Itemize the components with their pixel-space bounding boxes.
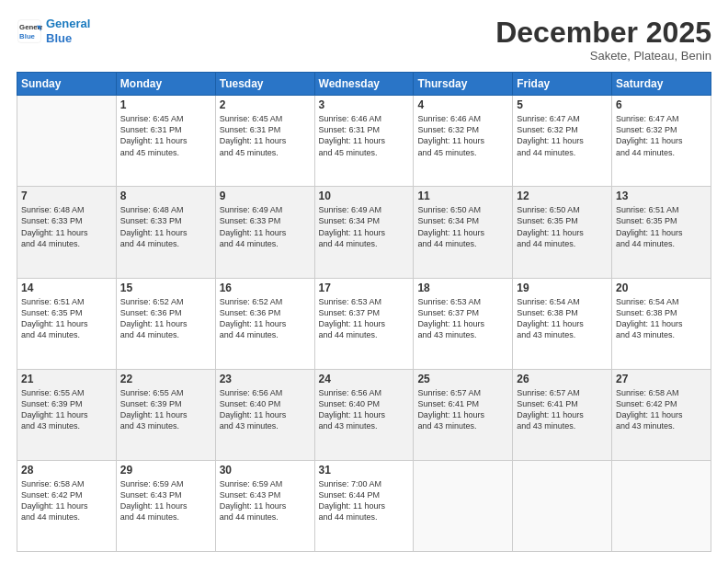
cell-info: Sunrise: 6:46 AM Sunset: 6:32 PM Dayligh… bbox=[417, 113, 508, 158]
title-block: December 2025 Sakete, Plateau, Benin bbox=[495, 17, 711, 63]
day-number: 20 bbox=[616, 282, 707, 294]
calendar-cell: 1Sunrise: 6:45 AM Sunset: 6:31 PM Daylig… bbox=[116, 96, 215, 187]
cell-info: Sunrise: 6:56 AM Sunset: 6:40 PM Dayligh… bbox=[319, 387, 410, 432]
day-number: 24 bbox=[319, 373, 410, 385]
day-number: 9 bbox=[220, 190, 311, 202]
cell-info: Sunrise: 6:49 AM Sunset: 6:33 PM Dayligh… bbox=[220, 204, 311, 249]
calendar-cell: 5Sunrise: 6:47 AM Sunset: 6:32 PM Daylig… bbox=[513, 96, 612, 187]
svg-text:Blue: Blue bbox=[19, 31, 36, 40]
cell-info: Sunrise: 6:46 AM Sunset: 6:31 PM Dayligh… bbox=[319, 113, 410, 158]
logo-text: General Blue bbox=[46, 17, 90, 45]
cell-info: Sunrise: 6:53 AM Sunset: 6:37 PM Dayligh… bbox=[417, 296, 508, 341]
month-title: December 2025 bbox=[495, 17, 711, 49]
calendar-cell: 15Sunrise: 6:52 AM Sunset: 6:36 PM Dayli… bbox=[116, 278, 215, 369]
calendar-cell: 10Sunrise: 6:49 AM Sunset: 6:34 PM Dayli… bbox=[314, 187, 414, 278]
calendar-week-row: 21Sunrise: 6:55 AM Sunset: 6:39 PM Dayli… bbox=[17, 369, 711, 460]
cell-info: Sunrise: 6:54 AM Sunset: 6:38 PM Dayligh… bbox=[616, 296, 707, 341]
calendar-cell: 3Sunrise: 6:46 AM Sunset: 6:31 PM Daylig… bbox=[314, 96, 414, 187]
col-header-tuesday: Tuesday bbox=[215, 73, 314, 96]
cell-info: Sunrise: 6:48 AM Sunset: 6:33 PM Dayligh… bbox=[120, 204, 211, 249]
cell-info: Sunrise: 6:45 AM Sunset: 6:31 PM Dayligh… bbox=[220, 113, 311, 158]
cell-info: Sunrise: 6:59 AM Sunset: 6:43 PM Dayligh… bbox=[220, 478, 311, 523]
col-header-wednesday: Wednesday bbox=[314, 73, 414, 96]
cell-info: Sunrise: 6:49 AM Sunset: 6:34 PM Dayligh… bbox=[319, 204, 410, 249]
cell-info: Sunrise: 6:58 AM Sunset: 6:42 PM Dayligh… bbox=[21, 478, 112, 523]
calendar-cell: 7Sunrise: 6:48 AM Sunset: 6:33 PM Daylig… bbox=[17, 187, 117, 278]
cell-info: Sunrise: 6:52 AM Sunset: 6:36 PM Dayligh… bbox=[220, 296, 311, 341]
day-number: 11 bbox=[417, 190, 508, 202]
col-header-thursday: Thursday bbox=[414, 73, 513, 96]
calendar-table: SundayMondayTuesdayWednesdayThursdayFrid… bbox=[17, 72, 711, 552]
day-number: 12 bbox=[517, 190, 608, 202]
calendar-cell: 12Sunrise: 6:50 AM Sunset: 6:35 PM Dayli… bbox=[513, 187, 612, 278]
day-number: 23 bbox=[220, 373, 311, 385]
cell-info: Sunrise: 6:48 AM Sunset: 6:33 PM Dayligh… bbox=[21, 204, 112, 249]
cell-info: Sunrise: 6:47 AM Sunset: 6:32 PM Dayligh… bbox=[517, 113, 608, 158]
calendar-cell: 13Sunrise: 6:51 AM Sunset: 6:35 PM Dayli… bbox=[612, 187, 711, 278]
calendar-cell: 11Sunrise: 6:50 AM Sunset: 6:34 PM Dayli… bbox=[414, 187, 513, 278]
cell-info: Sunrise: 6:57 AM Sunset: 6:41 PM Dayligh… bbox=[417, 387, 508, 432]
day-number: 18 bbox=[417, 282, 508, 294]
calendar-week-row: 1Sunrise: 6:45 AM Sunset: 6:31 PM Daylig… bbox=[17, 96, 711, 187]
day-number: 16 bbox=[220, 282, 311, 294]
calendar-cell: 20Sunrise: 6:54 AM Sunset: 6:38 PM Dayli… bbox=[612, 278, 711, 369]
calendar-cell: 8Sunrise: 6:48 AM Sunset: 6:33 PM Daylig… bbox=[116, 187, 215, 278]
day-number: 8 bbox=[120, 190, 211, 202]
calendar-cell: 31Sunrise: 7:00 AM Sunset: 6:44 PM Dayli… bbox=[314, 460, 414, 551]
calendar-cell bbox=[612, 460, 711, 551]
calendar-cell bbox=[414, 460, 513, 551]
day-number: 22 bbox=[120, 373, 211, 385]
calendar-cell: 27Sunrise: 6:58 AM Sunset: 6:42 PM Dayli… bbox=[612, 369, 711, 460]
header: General Blue General Blue December 2025 … bbox=[17, 17, 711, 63]
calendar-week-row: 14Sunrise: 6:51 AM Sunset: 6:35 PM Dayli… bbox=[17, 278, 711, 369]
cell-info: Sunrise: 6:55 AM Sunset: 6:39 PM Dayligh… bbox=[120, 387, 211, 432]
calendar-cell: 9Sunrise: 6:49 AM Sunset: 6:33 PM Daylig… bbox=[215, 187, 314, 278]
calendar-cell: 24Sunrise: 6:56 AM Sunset: 6:40 PM Dayli… bbox=[314, 369, 414, 460]
cell-info: Sunrise: 6:51 AM Sunset: 6:35 PM Dayligh… bbox=[616, 204, 707, 249]
logo-icon: General Blue bbox=[17, 18, 42, 44]
calendar-cell: 19Sunrise: 6:54 AM Sunset: 6:38 PM Dayli… bbox=[513, 278, 612, 369]
calendar-cell: 14Sunrise: 6:51 AM Sunset: 6:35 PM Dayli… bbox=[17, 278, 117, 369]
day-number: 4 bbox=[417, 98, 508, 111]
day-number: 19 bbox=[517, 282, 608, 294]
calendar-cell: 29Sunrise: 6:59 AM Sunset: 6:43 PM Dayli… bbox=[116, 460, 215, 551]
day-number: 21 bbox=[21, 373, 112, 385]
calendar-cell: 17Sunrise: 6:53 AM Sunset: 6:37 PM Dayli… bbox=[314, 278, 414, 369]
day-number: 31 bbox=[319, 464, 410, 477]
day-number: 14 bbox=[21, 282, 112, 294]
day-number: 15 bbox=[120, 282, 211, 294]
col-header-friday: Friday bbox=[513, 73, 612, 96]
day-number: 1 bbox=[120, 98, 211, 111]
day-number: 6 bbox=[616, 98, 707, 111]
calendar-week-row: 7Sunrise: 6:48 AM Sunset: 6:33 PM Daylig… bbox=[17, 187, 711, 278]
cell-info: Sunrise: 6:51 AM Sunset: 6:35 PM Dayligh… bbox=[21, 296, 112, 341]
day-number: 25 bbox=[417, 373, 508, 385]
calendar-week-row: 28Sunrise: 6:58 AM Sunset: 6:42 PM Dayli… bbox=[17, 460, 711, 551]
calendar-cell bbox=[17, 96, 117, 187]
col-header-saturday: Saturday bbox=[612, 73, 711, 96]
day-number: 26 bbox=[517, 373, 608, 385]
calendar-cell: 26Sunrise: 6:57 AM Sunset: 6:41 PM Dayli… bbox=[513, 369, 612, 460]
cell-info: Sunrise: 7:00 AM Sunset: 6:44 PM Dayligh… bbox=[319, 478, 410, 523]
day-number: 17 bbox=[319, 282, 410, 294]
calendar-cell bbox=[513, 460, 612, 551]
calendar-cell: 30Sunrise: 6:59 AM Sunset: 6:43 PM Dayli… bbox=[215, 460, 314, 551]
calendar-cell: 23Sunrise: 6:56 AM Sunset: 6:40 PM Dayli… bbox=[215, 369, 314, 460]
day-number: 5 bbox=[517, 98, 608, 111]
day-number: 29 bbox=[120, 464, 211, 477]
cell-info: Sunrise: 6:55 AM Sunset: 6:39 PM Dayligh… bbox=[21, 387, 112, 432]
day-number: 30 bbox=[220, 464, 311, 477]
cell-info: Sunrise: 6:50 AM Sunset: 6:34 PM Dayligh… bbox=[417, 204, 508, 249]
day-number: 2 bbox=[220, 98, 311, 111]
calendar-cell: 16Sunrise: 6:52 AM Sunset: 6:36 PM Dayli… bbox=[215, 278, 314, 369]
calendar-cell: 21Sunrise: 6:55 AM Sunset: 6:39 PM Dayli… bbox=[17, 369, 117, 460]
logo: General Blue General Blue bbox=[17, 17, 90, 45]
cell-info: Sunrise: 6:58 AM Sunset: 6:42 PM Dayligh… bbox=[616, 387, 707, 432]
calendar-cell: 28Sunrise: 6:58 AM Sunset: 6:42 PM Dayli… bbox=[17, 460, 117, 551]
calendar-cell: 4Sunrise: 6:46 AM Sunset: 6:32 PM Daylig… bbox=[414, 96, 513, 187]
calendar-cell: 22Sunrise: 6:55 AM Sunset: 6:39 PM Dayli… bbox=[116, 369, 215, 460]
cell-info: Sunrise: 6:57 AM Sunset: 6:41 PM Dayligh… bbox=[517, 387, 608, 432]
cell-info: Sunrise: 6:56 AM Sunset: 6:40 PM Dayligh… bbox=[220, 387, 311, 432]
cell-info: Sunrise: 6:59 AM Sunset: 6:43 PM Dayligh… bbox=[120, 478, 211, 523]
cell-info: Sunrise: 6:54 AM Sunset: 6:38 PM Dayligh… bbox=[517, 296, 608, 341]
